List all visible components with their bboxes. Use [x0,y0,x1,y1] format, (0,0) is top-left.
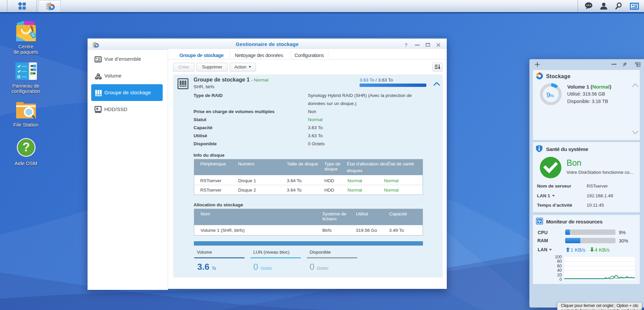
svg-text:?: ? [22,140,30,154]
